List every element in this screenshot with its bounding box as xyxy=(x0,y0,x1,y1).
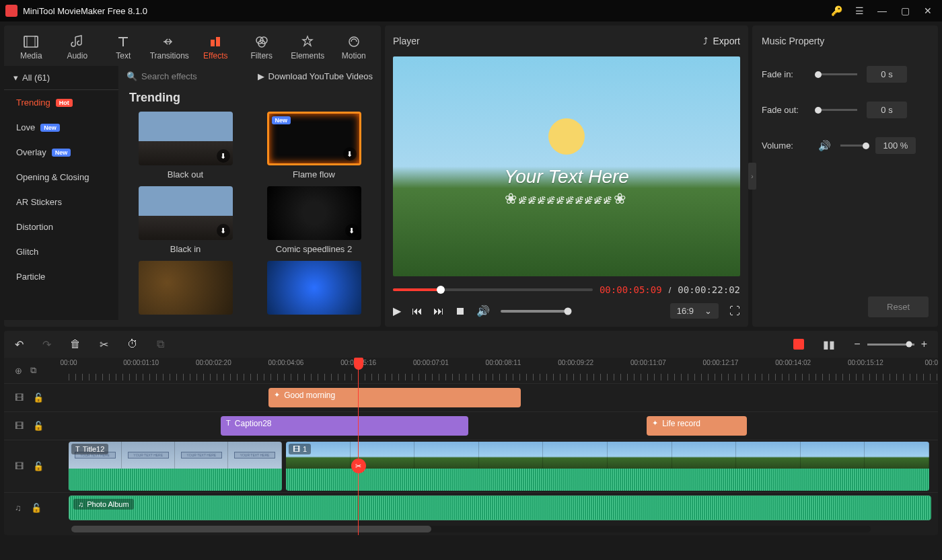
tab-audio[interactable]: Audio xyxy=(55,28,101,66)
lock-icon[interactable]: 🔓 xyxy=(33,421,44,431)
category-trending[interactable]: TrendingHot xyxy=(4,90,118,115)
volume-slider[interactable] xyxy=(501,310,568,313)
tab-elements[interactable]: Elements xyxy=(285,28,331,66)
volume-icon[interactable]: 🔊 xyxy=(476,305,490,317)
download-youtube-link[interactable]: ▶Download YouTube Videos xyxy=(258,71,373,81)
clip-video-1[interactable]: 🎞1 xyxy=(286,442,929,491)
tab-transitions[interactable]: Transitions xyxy=(147,28,193,66)
effect-flame-flow[interactable]: New⬇Flame flow xyxy=(258,112,370,179)
volume-icon[interactable]: 🔊 xyxy=(818,140,831,152)
fade-in-slider[interactable] xyxy=(818,73,857,75)
crop-button[interactable]: ⧉ xyxy=(157,338,164,350)
category-glitch[interactable]: Glitch xyxy=(4,239,118,264)
timeline-scrollbar[interactable] xyxy=(71,526,871,532)
key-icon[interactable]: 🔑 xyxy=(828,2,845,19)
category-all[interactable]: ▾All (61) xyxy=(4,66,118,90)
title-bar: MiniTool MovieMaker Free 8.1.0 🔑 ☰ — ▢ ✕ xyxy=(0,0,942,22)
maximize-button[interactable]: ▢ xyxy=(896,2,914,19)
player-title: Player xyxy=(393,36,420,46)
section-title: Trending xyxy=(118,87,381,112)
zoom-slider[interactable] xyxy=(867,344,914,346)
track-audio: ♫🔓 ♫Photo Album xyxy=(4,492,938,523)
play-button[interactable]: ▶ xyxy=(393,305,401,317)
download-icon[interactable]: ⬇ xyxy=(345,224,359,237)
effect-blue[interactable] xyxy=(258,261,370,315)
track-manage-button[interactable]: ⧉ xyxy=(30,365,36,376)
next-frame-button[interactable]: ⏭ xyxy=(433,305,444,317)
transitions-icon xyxy=(162,35,177,48)
speed-button[interactable]: ⏱ xyxy=(127,338,138,350)
tab-filters[interactable]: Filters xyxy=(239,28,285,66)
tab-effects[interactable]: Effects xyxy=(192,28,239,66)
volume-prop-slider[interactable] xyxy=(840,145,866,147)
new-badge: New xyxy=(40,124,60,132)
category-opening-closing[interactable]: Opening & Closing xyxy=(4,165,118,190)
effect-black-out[interactable]: ⬇Black out xyxy=(129,112,242,179)
category-love[interactable]: LoveNew xyxy=(4,115,118,140)
lock-icon[interactable]: 🔓 xyxy=(33,461,44,471)
category-overlay[interactable]: OverlayNew xyxy=(4,140,118,165)
video-track-icon: 🎞 xyxy=(15,421,24,431)
auto-ripple-icon[interactable] xyxy=(793,339,804,350)
download-icon[interactable]: ⬇ xyxy=(217,224,230,237)
volume-value[interactable]: 100 % xyxy=(875,137,916,154)
fade-in-value[interactable]: 0 s xyxy=(867,66,907,83)
redo-button[interactable]: ↷ xyxy=(42,338,51,351)
undo-button[interactable]: ↶ xyxy=(15,338,24,351)
download-icon[interactable]: ⬇ xyxy=(217,149,230,163)
fade-out-value[interactable]: 0 s xyxy=(867,102,907,118)
video-track-icon: 🎞 xyxy=(15,393,24,403)
sun-element xyxy=(548,118,585,155)
svg-rect-3 xyxy=(211,40,215,46)
effect-black-in[interactable]: ⬇Black in xyxy=(129,186,242,254)
tab-text[interactable]: Text xyxy=(100,28,147,66)
stop-button[interactable]: ⏹ xyxy=(455,305,466,317)
export-button[interactable]: ⤴Export xyxy=(703,36,740,46)
clip-title12[interactable]: TTitle12 YOUR TEXT HEREYOUR TEXT HEREYOU… xyxy=(69,442,282,491)
time-ruler[interactable]: 00:0000:00:01:1000:00:02:2000:00:04:0600… xyxy=(69,358,938,383)
download-icon[interactable]: ⬇ xyxy=(343,147,357,161)
fade-out-slider[interactable] xyxy=(818,109,857,111)
clip-caption28[interactable]: TCaption28 xyxy=(221,416,468,436)
tab-motion[interactable]: Motion xyxy=(331,28,377,66)
volume-label: Volume: xyxy=(762,141,809,151)
category-ar-stickers[interactable]: AR Stickers xyxy=(4,190,118,214)
clip-photo-album[interactable]: ♫Photo Album xyxy=(69,495,931,520)
library-panel: Media Audio Text Transitions Effects Fil… xyxy=(4,26,381,327)
effect-particles[interactable] xyxy=(129,261,242,315)
effect-comic-speedlines[interactable]: ⬇Comic speedlines 2 xyxy=(258,186,370,254)
zoom-out-button[interactable]: − xyxy=(854,338,860,350)
delete-button[interactable]: 🗑 xyxy=(70,338,81,350)
menu-icon[interactable]: ☰ xyxy=(850,2,868,19)
film-icon: 🎞 xyxy=(293,445,300,453)
clip-good-morning[interactable]: ✦Good morning xyxy=(268,388,521,407)
snap-icon[interactable]: ▮▮ xyxy=(823,338,835,351)
collapse-toggle[interactable]: › xyxy=(748,163,756,190)
split-button[interactable]: ✂ xyxy=(100,338,108,351)
reset-button[interactable]: Reset xyxy=(868,296,929,317)
youtube-icon: ▶ xyxy=(258,71,264,81)
category-distortion[interactable]: Distortion xyxy=(4,214,118,239)
ruler-tick: 00:00:12:17 xyxy=(703,359,739,366)
tab-media[interactable]: Media xyxy=(8,28,55,66)
aspect-ratio-select[interactable]: 16:9⌄ xyxy=(670,303,719,319)
playhead[interactable]: ✂ xyxy=(358,358,359,535)
search-effects[interactable]: 🔍Search effects xyxy=(126,71,251,81)
playback-slider[interactable] xyxy=(393,288,593,291)
zoom-in-button[interactable]: + xyxy=(921,338,927,350)
lock-icon[interactable]: 🔓 xyxy=(31,503,42,513)
ruler-tick: 00:00:01:10 xyxy=(123,359,159,366)
scissors-icon[interactable]: ✂ xyxy=(351,458,366,473)
prev-frame-button[interactable]: ⏮ xyxy=(412,305,423,317)
audio-icon xyxy=(70,35,85,48)
preview-viewport[interactable]: Your Text Here ❀⸙⸙⸙⸙⸙⸙⸙⸙⸙⸙❀ xyxy=(393,56,740,276)
lock-icon[interactable]: 🔓 xyxy=(33,393,44,403)
minimize-button[interactable]: — xyxy=(873,2,891,19)
fullscreen-button[interactable]: ⛶ xyxy=(729,305,740,317)
category-particle[interactable]: Particle xyxy=(4,264,118,289)
add-track-button[interactable]: ⊕ xyxy=(15,366,22,376)
clip-life-record[interactable]: ✦Life record xyxy=(647,416,747,436)
hot-badge: Hot xyxy=(56,99,73,107)
chevron-down-icon: ▾ xyxy=(13,73,18,83)
close-button[interactable]: ✕ xyxy=(919,2,937,19)
